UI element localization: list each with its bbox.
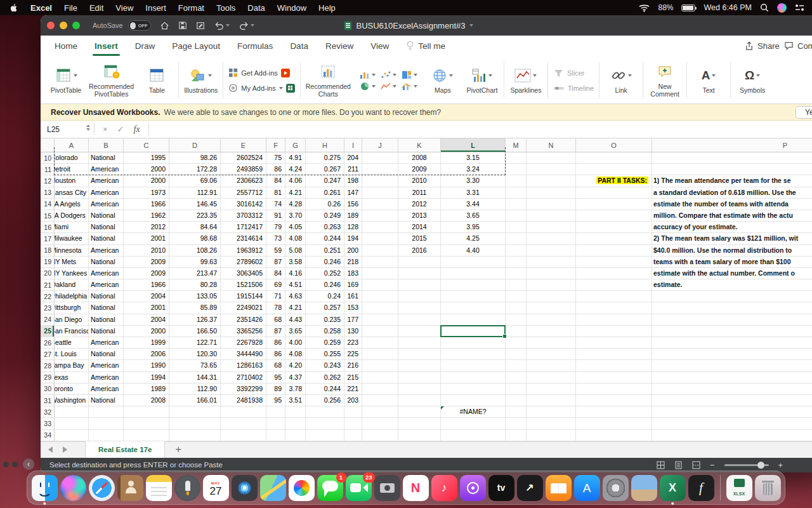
cell-B29[interactable]: American xyxy=(89,372,124,384)
spotlight-icon[interactable] xyxy=(760,3,769,12)
cell-N11[interactable] xyxy=(527,164,576,175)
cell-E26[interactable]: 2267928 xyxy=(221,337,266,349)
cell-M29[interactable] xyxy=(506,372,527,384)
row-header-29[interactable]: 29 xyxy=(41,372,55,384)
row-header-33[interactable]: 33 xyxy=(41,418,55,429)
cell-C29[interactable]: 1994 xyxy=(124,372,169,384)
cell-F12[interactable]: 84 xyxy=(266,175,285,187)
cell-D18[interactable]: 108.26 xyxy=(169,245,221,257)
cell-J21[interactable] xyxy=(362,279,398,291)
tab-page-layout[interactable]: Page Layout xyxy=(172,41,220,51)
cell-L18[interactable]: 4.40 xyxy=(441,245,506,257)
menu-tools[interactable]: Tools xyxy=(216,3,235,13)
cell-F14[interactable]: 74 xyxy=(266,199,285,210)
menu-edit[interactable]: Edit xyxy=(89,3,103,13)
cell-L16[interactable]: 3.95 xyxy=(441,222,506,233)
cell-F15[interactable]: 91 xyxy=(266,210,285,222)
cell-K21[interactable] xyxy=(398,279,441,291)
cell-C15[interactable]: 1962 xyxy=(124,210,169,222)
dock-facetime-icon[interactable]: 23 xyxy=(346,475,372,501)
cell-L15[interactable]: 3.65 xyxy=(441,210,506,222)
cell-G13[interactable]: 4.21 xyxy=(285,187,306,199)
cell-H21[interactable]: 0.246 xyxy=(306,279,344,291)
cell-F30[interactable]: 89 xyxy=(266,384,285,395)
cell-P18[interactable]: $40.0 million. Use the normal distributi… xyxy=(652,245,812,257)
cell-I17[interactable]: 194 xyxy=(344,233,362,244)
cell-N25[interactable] xyxy=(527,326,576,337)
cell-B20[interactable]: American xyxy=(89,268,124,279)
cell-K19[interactable] xyxy=(398,257,441,268)
cell-M27[interactable] xyxy=(506,349,527,360)
cell-M28[interactable] xyxy=(506,360,527,371)
wifi-icon[interactable] xyxy=(639,4,650,12)
cell-O14[interactable] xyxy=(576,199,652,210)
cell-H16[interactable]: 0.263 xyxy=(306,222,344,233)
row-header-30[interactable]: 30 xyxy=(41,384,55,395)
cell-D32[interactable] xyxy=(169,406,221,418)
cell-K10[interactable]: 2008 xyxy=(398,152,441,164)
cell-F29[interactable]: 95 xyxy=(266,372,285,384)
cell-B27[interactable]: National xyxy=(89,349,124,360)
cell-P12[interactable]: 1) The mean attendance per team for the … xyxy=(652,175,812,187)
cell-A33[interactable] xyxy=(55,418,89,429)
cell-O15[interactable] xyxy=(576,210,652,222)
cell-L24[interactable] xyxy=(441,314,506,326)
cell-H32[interactable] xyxy=(306,406,344,418)
cell-J15[interactable] xyxy=(362,210,398,222)
dock-maps-icon[interactable] xyxy=(260,475,286,501)
cell-I12[interactable]: 198 xyxy=(344,175,362,187)
cell-B24[interactable]: National xyxy=(89,314,124,326)
dock-photos-icon[interactable] xyxy=(289,475,315,501)
dock-notes-icon[interactable] xyxy=(146,475,172,501)
cell-I29[interactable]: 215 xyxy=(344,372,362,384)
cell-D26[interactable]: 122.71 xyxy=(169,337,221,349)
row-header-17[interactable]: 17 xyxy=(41,233,55,244)
cell-O27[interactable] xyxy=(576,349,652,360)
dock-trash-icon[interactable] xyxy=(755,475,781,501)
cell-F13[interactable]: 81 xyxy=(266,187,285,199)
cell-D21[interactable]: 80.28 xyxy=(169,279,221,291)
cell-J13[interactable] xyxy=(362,187,398,199)
recommended-pivottables-button[interactable]: ? RecommendedPivotTables xyxy=(89,63,134,98)
cell-H34[interactable] xyxy=(306,430,344,441)
normal-view-icon[interactable] xyxy=(657,461,665,469)
cell-K27[interactable] xyxy=(398,349,441,360)
cell-E17[interactable]: 2314614 xyxy=(221,233,266,244)
prev-sheet-button[interactable] xyxy=(48,446,53,453)
cell-N32[interactable] xyxy=(527,406,576,418)
cell-C12[interactable]: 2000 xyxy=(124,175,169,187)
cell-A31[interactable]: Washington xyxy=(55,395,89,406)
cell-D22[interactable]: 133.05 xyxy=(169,291,221,302)
tab-formulas[interactable]: Formulas xyxy=(237,41,273,51)
cell-P25[interactable] xyxy=(652,326,812,337)
cell-I30[interactable]: 221 xyxy=(344,384,362,395)
sheet-tab-real-estate[interactable]: Real Estate 17e xyxy=(85,441,165,458)
cell-K16[interactable]: 2014 xyxy=(398,222,441,233)
table-button[interactable]: Table xyxy=(140,67,173,94)
cell-F32[interactable] xyxy=(266,406,285,418)
cell-E34[interactable] xyxy=(221,430,266,441)
cell-F34[interactable] xyxy=(266,430,285,441)
cell-N27[interactable] xyxy=(527,349,576,360)
cell-G11[interactable]: 4.24 xyxy=(285,164,306,175)
cell-M13[interactable] xyxy=(506,187,527,199)
cell-L31[interactable] xyxy=(441,395,506,406)
cell-L28[interactable] xyxy=(441,360,506,371)
cell-L11[interactable]: 3.24 xyxy=(441,164,506,175)
zoom-window-button[interactable] xyxy=(72,22,80,29)
cell-P11[interactable] xyxy=(652,164,812,175)
cell-J14[interactable] xyxy=(362,199,398,210)
hidden-window-chevron[interactable]: ‹ xyxy=(23,458,34,470)
cell-D25[interactable]: 166.50 xyxy=(169,326,221,337)
cell-M10[interactable] xyxy=(506,152,527,164)
cell-B26[interactable]: American xyxy=(89,337,124,349)
add-sheet-button[interactable]: + xyxy=(175,444,181,455)
dock-appstore-icon[interactable]: A xyxy=(574,475,600,501)
dock-finder-icon[interactable] xyxy=(32,475,58,501)
cell-C18[interactable]: 2010 xyxy=(124,245,169,257)
cell-D31[interactable]: 166.01 xyxy=(169,395,221,406)
scatter-chart-button[interactable] xyxy=(381,70,396,79)
cell-H10[interactable]: 0.275 xyxy=(306,152,344,164)
cell-D12[interactable]: 69.06 xyxy=(169,175,221,187)
cell-J20[interactable] xyxy=(362,268,398,279)
